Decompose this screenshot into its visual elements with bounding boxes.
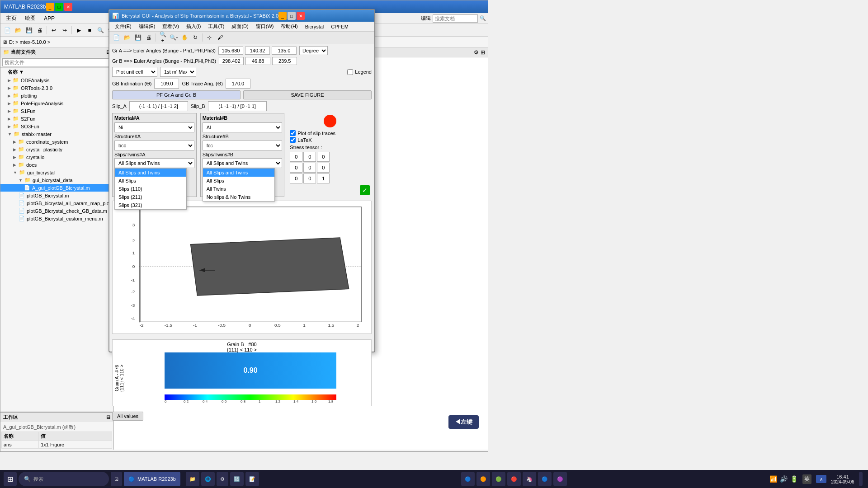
tree-item-check-gb[interactable]: 📄 plotGB_Bicrystal_check_GB_data.m	[0, 207, 113, 215]
plot-slip-traces-checkbox[interactable]	[290, 130, 296, 136]
tree-item-crystal-plasticity[interactable]: ▶ 📁 crystal_plasticity	[0, 145, 113, 153]
euler-b-phi1[interactable]	[219, 57, 244, 65]
tree-item-docs[interactable]: ▶ 📁 docs	[0, 161, 113, 169]
task-view-button[interactable]: ⊡	[111, 472, 122, 486]
tree-item-all-param[interactable]: 📄 plotGB_bicrystal_all_param_map_plot.m	[0, 199, 113, 207]
euler-b-phi3[interactable]	[272, 57, 297, 65]
search-docs-input[interactable]	[433, 14, 478, 23]
tree-item-odfanalysis[interactable]: ▶ 📁 ODFAnalysis	[0, 76, 113, 84]
tensor-22[interactable]	[317, 174, 330, 183]
win-center-app6[interactable]: 🔵	[538, 472, 552, 486]
toolbar-redo-btn[interactable]: ↪	[60, 25, 70, 35]
settings-btn[interactable]: ⚙	[217, 472, 228, 486]
bc-menu-help[interactable]: 帮助(H)	[277, 22, 301, 31]
win-center-app7[interactable]: 🟣	[553, 472, 567, 486]
slip-option-321[interactable]: Slips (321)	[115, 201, 186, 209]
toolbar-undo-btn[interactable]: ↩	[49, 25, 59, 35]
tree-item-s2fun[interactable]: ▶ 📁 S2Fun	[0, 115, 113, 122]
tree-item-gui-bicrystal[interactable]: ▼ 📁 gui_bicrystal	[0, 169, 113, 176]
tree-item-ortools[interactable]: ▶ 📁 ORTools-2.3.0	[0, 84, 113, 92]
taskbar-search[interactable]: 🔍 搜索	[19, 472, 109, 486]
tree-item-crystallo[interactable]: ▶ 📁 crystallo	[0, 153, 113, 161]
slip-b-option-all-twins2[interactable]: All Twins	[203, 185, 274, 193]
euler-a-phi1[interactable]	[218, 47, 243, 55]
bc-tb-brush[interactable]: 🖌	[215, 33, 225, 42]
toolbar-zoom-btn[interactable]: 🔍	[95, 25, 105, 35]
bc-menu-insert[interactable]: 插入(I)	[183, 22, 204, 31]
gb-inclination-input[interactable]	[154, 79, 179, 89]
confirm-checkmark[interactable]: ✓	[360, 185, 370, 195]
win-center-app2[interactable]: 🟠	[476, 472, 490, 486]
slip-b-option-all-slips[interactable]: All Slips	[203, 177, 274, 185]
degree-select[interactable]: Degree Radian	[299, 46, 328, 55]
taskbar-clock[interactable]: 16:41 2024-09-06	[829, 474, 856, 484]
tensor-20[interactable]	[290, 174, 302, 183]
calculator-btn[interactable]: 🔢	[230, 472, 244, 486]
slip-b-type-select[interactable]: All Slips and Twins All Slips All Twins …	[203, 158, 283, 168]
toolbar-new-btn[interactable]: 📄	[2, 25, 12, 35]
matlab-maximize-button[interactable]: □	[55, 3, 63, 11]
tensor-11[interactable]	[303, 163, 316, 173]
tree-item-stabix[interactable]: ▼ 📁 stabix-master	[0, 130, 113, 138]
tensor-10[interactable]	[290, 163, 302, 173]
start-button[interactable]: ⊞	[4, 472, 17, 486]
bc-tb-open[interactable]: 📂	[122, 33, 132, 42]
tree-item-a-gui-plotgb[interactable]: 📄 A_gui_plotGB_Bicrystal.m	[0, 184, 113, 192]
tree-item-polefigure[interactable]: ▶ 📁 PoleFigureAnalysis	[0, 99, 113, 107]
toolbar-print-btn[interactable]: 🖨	[35, 25, 45, 35]
bicrystal-maximize-btn[interactable]: □	[288, 12, 296, 20]
bcc-a-select[interactable]: bcc fcc hcp	[114, 141, 194, 150]
toolbar-stop-btn[interactable]: ■	[85, 25, 94, 35]
euler-b-phi[interactable]	[245, 57, 270, 65]
euler-a-phi[interactable]	[245, 47, 270, 55]
slip-option-110[interactable]: Slips (110)	[115, 185, 186, 193]
file-search-input[interactable]	[2, 58, 111, 66]
bicrystal-minimize-btn[interactable]: _	[278, 12, 287, 20]
tensor-00[interactable]	[290, 152, 302, 162]
bc-tb-save[interactable]: 💾	[133, 33, 143, 42]
slip-a-type-select[interactable]: All Slips and Twins All Slips Slips (110…	[114, 158, 194, 168]
bc-tb-pan[interactable]: ✋	[179, 33, 189, 42]
tensor-21[interactable]	[303, 174, 316, 183]
fcc-b-select[interactable]: bcc fcc hcp	[203, 141, 283, 150]
cmd-detach-btn[interactable]: ⊞	[481, 49, 485, 56]
tree-item-so3fun[interactable]: ▶ 📁 SO3Fun	[0, 122, 113, 130]
slip-b-option-no-slips[interactable]: No slips & No Twins	[203, 193, 274, 201]
mmax-select[interactable]: 1st m' Max 2nd m' Max	[160, 67, 196, 77]
legend-checkbox[interactable]	[347, 69, 353, 75]
slip-option-all-slips[interactable]: All Slips	[115, 177, 186, 185]
bc-menu-desktop[interactable]: 桌面(D)	[228, 22, 252, 31]
bc-menu-cpfem[interactable]: CPFEM	[327, 23, 352, 30]
toolbar-open-btn[interactable]: 📂	[13, 25, 23, 35]
tree-item-gui-data[interactable]: ▼ 📁 gui_bicrystal_data	[0, 176, 113, 184]
slip-option-211[interactable]: Slips (211)	[115, 193, 186, 201]
bicrystal-close-btn[interactable]: ✕	[297, 12, 305, 20]
tree-item-s1fun[interactable]: ▶ 📁 S1Fun	[0, 107, 113, 115]
win-center-app4[interactable]: 🔴	[507, 472, 521, 486]
plot-unit-cell-select[interactable]: Plot unit cell	[112, 67, 157, 77]
edge-btn[interactable]: 🌐	[201, 472, 215, 486]
gb-trace-input[interactable]	[226, 79, 250, 89]
tree-item-plotting[interactable]: ▶ 📁 plotting	[0, 92, 113, 99]
tree-item-custom-menu[interactable]: 📄 plotGB_Bicrystal_custom_menu.m	[0, 215, 113, 222]
bc-menu-window[interactable]: 窗口(W)	[252, 22, 278, 31]
tensor-01[interactable]	[303, 152, 316, 162]
bc-tb-zoom-in[interactable]: 🔍+	[158, 33, 168, 42]
slip-option-all-twins[interactable]: All Slips and Twins	[115, 169, 186, 177]
bc-menu-view[interactable]: 查看(V)	[159, 22, 183, 31]
bc-menu-file[interactable]: 文件(E)	[111, 22, 135, 31]
matlab-taskbar-item[interactable]: 🔵 MATLAB R2023b	[124, 472, 180, 486]
tree-item-plotgb[interactable]: 📄 plotGB_Bicrystal.m	[0, 192, 113, 199]
workspace-row-ans[interactable]: ans 1x1 Figure	[2, 441, 112, 449]
file-explorer-btn[interactable]: 📁	[186, 472, 199, 486]
matlab-close-button[interactable]: ✕	[64, 3, 72, 11]
all-values-button[interactable]: All values	[112, 412, 143, 421]
tree-item-coord[interactable]: ▶ 📁 coordinate_system	[0, 138, 113, 145]
menu-plot[interactable]: 绘图	[21, 14, 39, 23]
save-figure-button[interactable]: SAVE FIGURE	[243, 90, 372, 99]
slip-b-input[interactable]	[208, 101, 267, 111]
bc-menu-edit[interactable]: 编辑(E)	[135, 22, 159, 31]
bc-tb-new[interactable]: 📄	[111, 33, 121, 42]
bc-tb-cursor[interactable]: ⊹	[204, 33, 214, 42]
menu-home[interactable]: 主页	[2, 14, 20, 23]
